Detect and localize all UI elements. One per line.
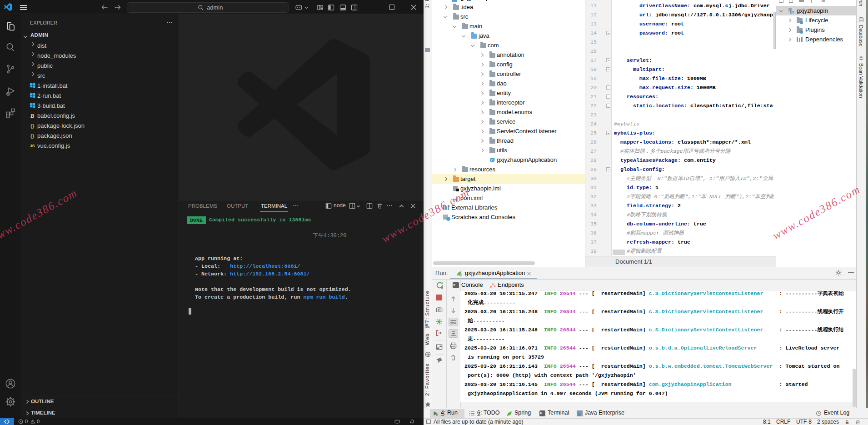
svg-text:C: C	[491, 158, 494, 162]
